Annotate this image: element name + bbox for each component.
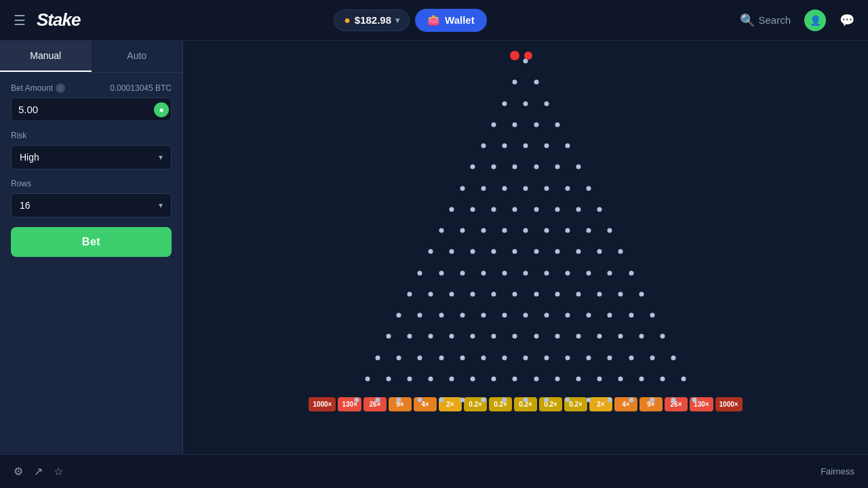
peg	[460, 270, 465, 275]
peg	[460, 398, 465, 403]
peg	[524, 313, 528, 318]
multiplier-box: 0.2×	[539, 397, 562, 411]
peg	[566, 144, 570, 148]
risk-label: Risk	[11, 131, 172, 140]
risk-dropdown[interactable]: High ▾	[11, 145, 172, 169]
peg	[629, 313, 633, 318]
peg	[545, 101, 549, 106]
peg	[545, 355, 549, 360]
peg	[566, 313, 570, 318]
search-label: Search	[758, 14, 791, 26]
peg	[639, 334, 644, 339]
peg	[608, 270, 612, 275]
peg	[418, 355, 422, 360]
peg	[429, 249, 433, 254]
peg	[597, 207, 601, 211]
rows-label: Rows	[11, 179, 172, 188]
peg	[524, 186, 528, 190]
user-icon[interactable]: 👤	[804, 9, 826, 31]
footer-bar: ⚙ ↗ ☆ Fairness	[0, 454, 868, 488]
peg	[587, 313, 591, 318]
peg	[524, 398, 528, 403]
peg	[555, 376, 559, 381]
peg	[660, 334, 665, 339]
balance-pill[interactable]: ● $182.98 ▾	[334, 9, 410, 31]
peg	[618, 376, 623, 381]
avatar: 👤	[804, 9, 826, 31]
wallet-button[interactable]: 👛 Wallet	[415, 9, 487, 32]
coin-icon: ●	[344, 14, 351, 26]
tab-manual[interactable]: Manual	[0, 41, 92, 72]
peg	[471, 165, 475, 169]
peg	[671, 398, 675, 403]
plinko-ball	[510, 51, 519, 60]
peg	[418, 270, 422, 275]
peg	[513, 122, 517, 127]
peg	[671, 355, 675, 360]
peg	[492, 165, 496, 169]
peg	[587, 228, 591, 233]
peg	[576, 334, 580, 339]
peg	[471, 334, 475, 339]
peg	[407, 376, 412, 381]
bet-amount-info-icon[interactable]: i	[56, 83, 65, 93]
tab-bar: Manual Auto	[0, 41, 182, 73]
peg	[439, 313, 443, 318]
peg	[502, 398, 507, 403]
peg	[524, 270, 528, 275]
peg	[471, 291, 475, 296]
rows-chevron-icon: ▾	[159, 201, 163, 210]
menu-icon[interactable]: ☰	[14, 12, 26, 28]
peg	[566, 398, 570, 403]
bet-button[interactable]: Bet	[11, 227, 172, 257]
chat-icon[interactable]: 💬	[840, 13, 854, 28]
peg	[513, 165, 517, 169]
bet-input[interactable]	[12, 98, 154, 121]
peg	[397, 355, 401, 360]
peg	[587, 398, 591, 403]
peg	[597, 376, 601, 381]
peg	[555, 207, 559, 211]
peg	[545, 186, 549, 190]
peg	[576, 249, 580, 254]
peg	[608, 398, 612, 403]
chevron-down-icon: ▾	[395, 16, 399, 25]
peg	[418, 398, 422, 403]
peg	[450, 334, 454, 339]
peg	[545, 144, 549, 148]
peg	[576, 207, 580, 211]
peg	[429, 291, 433, 296]
star-icon[interactable]: ☆	[54, 465, 63, 478]
peg	[481, 313, 486, 318]
peg	[397, 398, 401, 403]
peg	[450, 376, 454, 381]
peg	[629, 398, 633, 403]
plinko-ball	[524, 52, 532, 60]
peg	[597, 291, 601, 296]
peg	[608, 228, 612, 233]
peg	[502, 355, 507, 360]
peg	[460, 313, 465, 318]
peg	[682, 376, 686, 381]
rows-dropdown[interactable]: 16 ▾	[11, 193, 172, 218]
peg	[534, 249, 538, 254]
main-content: Manual Auto Bet Amount i 0.00013045 BTC …	[0, 41, 868, 454]
peg	[524, 355, 528, 360]
peg	[608, 313, 612, 318]
peg	[481, 144, 486, 148]
peg	[471, 207, 475, 211]
peg	[566, 355, 570, 360]
fairness-label[interactable]: Fairness	[821, 466, 854, 476]
multiplier-box: 1000×	[715, 397, 743, 411]
peg	[492, 376, 496, 381]
bet-amount-left: Bet Amount i	[11, 83, 65, 93]
peg	[386, 376, 391, 381]
header-right: 🔍 Search 👤 💬	[740, 9, 854, 31]
tab-auto[interactable]: Auto	[92, 41, 183, 72]
search-button[interactable]: 🔍 Search	[740, 13, 791, 28]
peg	[429, 376, 433, 381]
stats-icon[interactable]: ↗	[34, 465, 43, 478]
settings-icon[interactable]: ⚙	[14, 465, 23, 478]
balance-amount: $182.98	[355, 14, 391, 26]
peg	[407, 291, 412, 296]
